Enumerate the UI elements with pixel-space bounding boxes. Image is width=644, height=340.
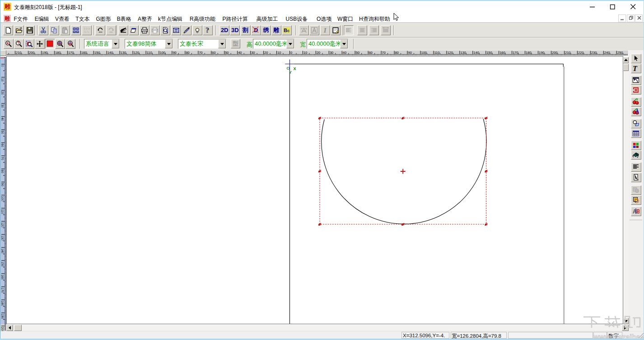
svg-text:210: 210 — [16, 51, 22, 55]
svg-text:0: 0 — [290, 51, 292, 55]
svg-text:180: 180 — [526, 51, 532, 55]
svg-text:200: 200 — [552, 51, 558, 55]
svg-text:40: 40 — [1, 117, 4, 121]
svg-text:60: 60 — [1, 143, 4, 147]
svg-text:250: 250 — [617, 51, 623, 55]
svg-text:B: B — [636, 208, 639, 215]
svg-text:50: 50 — [356, 51, 359, 55]
svg-text:10: 10 — [1, 78, 4, 81]
svg-text:100: 100 — [1, 196, 4, 201]
svg-text:130: 130 — [1, 235, 4, 241]
svg-text:100: 100 — [160, 51, 166, 55]
svg-text:150: 150 — [486, 51, 492, 55]
svg-text:110: 110 — [434, 51, 440, 55]
svg-text:70: 70 — [382, 51, 386, 55]
svg-text:70: 70 — [1, 156, 4, 160]
svg-text:40: 40 — [238, 51, 242, 55]
svg-text:90: 90 — [173, 51, 176, 55]
svg-text:10: 10 — [303, 51, 307, 55]
svg-text:120: 120 — [1, 222, 4, 227]
svg-text:170: 170 — [68, 51, 74, 55]
svg-text:200: 200 — [1, 327, 4, 331]
svg-text:50: 50 — [225, 51, 229, 55]
svg-text:190: 190 — [539, 51, 545, 55]
svg-text:170: 170 — [1, 288, 4, 293]
svg-text:60: 60 — [369, 51, 373, 55]
svg-text:110: 110 — [147, 51, 152, 55]
svg-text:120: 120 — [134, 51, 140, 55]
svg-text:140: 140 — [107, 51, 113, 55]
svg-text:240: 240 — [604, 51, 610, 55]
svg-text:210: 210 — [565, 51, 571, 55]
svg-text:0: 0 — [1, 65, 4, 67]
svg-text:120: 120 — [447, 51, 453, 55]
svg-text:170: 170 — [513, 51, 518, 55]
svg-text:230: 230 — [591, 51, 597, 55]
svg-text:90: 90 — [408, 51, 412, 55]
svg-text:150: 150 — [1, 261, 4, 267]
svg-text:70: 70 — [199, 51, 202, 55]
svg-text:T: T — [633, 65, 638, 72]
svg-text:130: 130 — [121, 51, 126, 55]
svg-text:110: 110 — [1, 209, 4, 214]
svg-text:160: 160 — [81, 51, 87, 55]
svg-text:?: ? — [205, 27, 209, 34]
svg-text:20: 20 — [264, 51, 268, 55]
svg-text:180: 180 — [1, 301, 4, 306]
svg-text:X: X — [294, 66, 296, 71]
svg-text:100: 100 — [421, 51, 427, 55]
svg-text:10: 10 — [277, 51, 281, 55]
svg-text:60: 60 — [212, 51, 215, 55]
svg-text:180: 180 — [55, 51, 61, 55]
svg-text:40: 40 — [343, 51, 346, 55]
svg-text:50: 50 — [1, 130, 4, 134]
svg-text:140: 140 — [473, 51, 479, 55]
svg-text:130: 130 — [460, 51, 466, 55]
svg-text:80: 80 — [1, 170, 4, 173]
svg-text:30: 30 — [1, 104, 4, 108]
svg-text:140: 140 — [1, 248, 4, 254]
svg-text:80: 80 — [395, 51, 399, 55]
svg-text:20: 20 — [317, 51, 320, 55]
svg-text:Y: Y — [289, 70, 292, 75]
svg-text:190: 190 — [42, 51, 48, 55]
svg-text:160: 160 — [1, 274, 4, 280]
svg-text:220: 220 — [578, 51, 584, 55]
svg-text:30: 30 — [330, 51, 333, 55]
svg-text:190: 190 — [1, 314, 4, 319]
svg-text:150: 150 — [94, 51, 100, 55]
svg-text:80: 80 — [186, 51, 189, 55]
svg-text:160: 160 — [499, 51, 505, 55]
svg-text:90: 90 — [1, 183, 4, 186]
svg-text:20: 20 — [1, 91, 4, 94]
svg-text:I: I — [323, 27, 327, 34]
svg-text:200: 200 — [29, 51, 35, 55]
svg-text:30: 30 — [251, 51, 255, 55]
